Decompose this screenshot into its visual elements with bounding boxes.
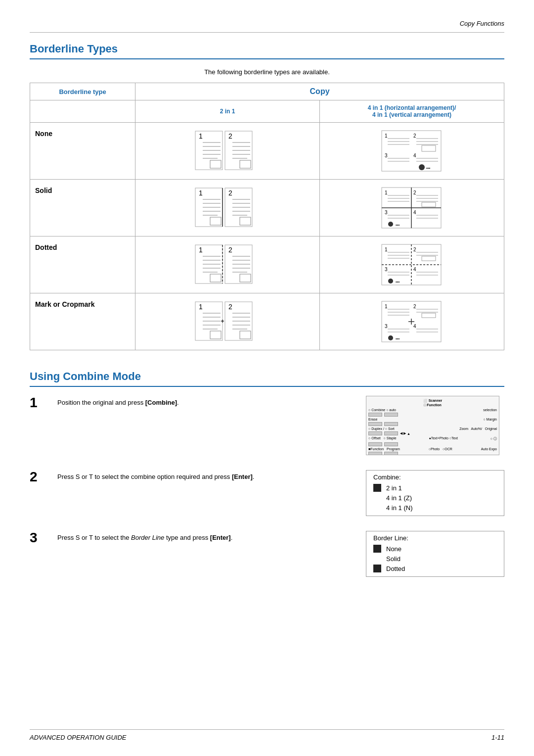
row-none-2in1: 1 2	[135, 123, 320, 180]
svg-text:•••: •••	[396, 280, 400, 284]
step-1-image: ⬜ Scanner □ Function ○ Combine ○ auto se…	[366, 396, 504, 455]
step-1-text: Position the original and press [Combine…	[57, 396, 356, 408]
svg-text:1: 1	[199, 189, 203, 197]
svg-text:•••: •••	[396, 336, 400, 341]
step-3-menu-item-1: None	[373, 544, 497, 554]
row-solid-2in1: 1 2	[135, 180, 320, 236]
step-2-number: 2	[30, 470, 47, 484]
svg-text:4: 4	[413, 153, 416, 158]
svg-text:2: 2	[413, 190, 416, 195]
svg-rect-115	[210, 331, 221, 339]
svg-text:4: 4	[413, 324, 416, 329]
col-header-copy: Copy	[135, 83, 504, 100]
svg-text:4: 4	[413, 267, 416, 272]
step-2-menu-item-1: 2 in 1	[373, 483, 497, 493]
svg-text:2: 2	[413, 304, 416, 309]
svg-text:2: 2	[228, 189, 232, 197]
row-cropmark-2in1: 1 2	[135, 293, 320, 350]
svg-text:3: 3	[385, 153, 388, 158]
svg-rect-15	[240, 160, 251, 168]
svg-point-70	[388, 222, 393, 227]
svg-text:3: 3	[385, 324, 388, 329]
svg-rect-51	[240, 217, 251, 225]
borderline-intro: The following borderline types are avail…	[30, 68, 504, 76]
svg-rect-63	[422, 202, 436, 207]
step-3-menu: Border Line: None Solid Dotted	[366, 531, 504, 577]
step-2-menu-item-3: 4 in 1 (N)	[373, 503, 497, 513]
subheader-4in1: 4 in 1 (horizontal arrangement)/ 4 in 1 …	[320, 100, 504, 123]
step-1-row: 1 Position the original and press [Combi…	[30, 396, 504, 455]
svg-rect-99	[422, 256, 436, 261]
svg-text:1: 1	[385, 304, 388, 309]
svg-text:2: 2	[228, 132, 232, 140]
col-header-type: Borderline type	[30, 83, 135, 100]
step-2-text: Press S or T to select the combine optio…	[57, 470, 356, 482]
step-3-menu-item-3: Dotted	[373, 564, 497, 573]
svg-text:1: 1	[199, 303, 203, 311]
step-3-text: Press S or T to select the Border Line t…	[57, 531, 356, 543]
step-2-menu: Combine: 2 in 1 4 in 1 (Z) 4 in 1 (N)	[366, 470, 504, 516]
svg-text:1: 1	[199, 132, 203, 140]
row-dotted-4in1: 1 2 3 4	[320, 236, 504, 293]
svg-text:2: 2	[228, 246, 232, 254]
svg-text:•••: •••	[426, 166, 431, 170]
svg-text:3: 3	[385, 210, 388, 215]
combine-section: Using Combine Mode 1 Position the origin…	[30, 370, 504, 577]
svg-rect-79	[210, 274, 221, 282]
svg-text:1: 1	[199, 246, 203, 254]
svg-text:1: 1	[385, 247, 388, 252]
step-3-row: 3 Press S or T to select the Border Line…	[30, 531, 504, 577]
svg-text:4: 4	[413, 210, 416, 215]
step-3-number: 3	[30, 531, 47, 545]
row-solid-label: Solid	[30, 180, 135, 236]
page-footer: ADVANCED OPERATION GUIDE 1-11	[30, 729, 504, 741]
svg-rect-125	[240, 331, 251, 339]
svg-text:3: 3	[385, 267, 388, 272]
svg-text:•••: •••	[396, 223, 400, 227]
step-2-menu-title: Combine:	[373, 473, 497, 481]
footer-left: ADVANCED OPERATION GUIDE	[30, 734, 127, 741]
svg-text:1: 1	[385, 190, 388, 195]
step-1-number: 1	[30, 396, 47, 410]
svg-point-143	[388, 335, 393, 340]
row-none-label: None	[30, 123, 135, 180]
combine-section-title: Using Combine Mode	[30, 370, 504, 383]
svg-point-33	[420, 165, 424, 169]
row-solid-4in1: 1 2 3 4	[320, 180, 504, 236]
row-cropmark-4in1: 1 2 3 4	[320, 293, 504, 350]
row-dotted-label: Dotted	[30, 236, 135, 293]
svg-rect-88	[240, 274, 251, 282]
step-3-menu-item-2: Solid	[373, 554, 497, 564]
svg-rect-25	[422, 145, 436, 151]
row-dotted-2in1: 1 2	[135, 236, 320, 293]
svg-text:1: 1	[385, 133, 388, 139]
subheader-2in1: 2 in 1	[135, 100, 320, 123]
borderline-section-title: Borderline Types	[30, 43, 504, 55]
step-3-menu-title: Border Line:	[373, 534, 497, 542]
svg-rect-136	[422, 313, 436, 318]
row-none-4in1: 1 2 3 4	[320, 123, 504, 180]
borderline-table: Borderline type Copy 2 in 1 4 in 1 (hori…	[30, 83, 504, 350]
svg-rect-7	[210, 160, 221, 168]
row-cropmark-label: Mark or Cropmark	[30, 293, 135, 350]
footer-right: 1-11	[491, 734, 504, 741]
svg-rect-42	[210, 217, 221, 225]
borderline-section: Borderline Types The following borderlin…	[30, 43, 504, 350]
svg-text:2: 2	[413, 247, 416, 252]
step-2-menu-item-2: 4 in 1 (Z)	[373, 493, 497, 503]
page-header-title: Copy Functions	[460, 20, 504, 27]
svg-point-106	[388, 279, 393, 284]
svg-text:2: 2	[228, 303, 232, 311]
svg-text:2: 2	[413, 133, 416, 139]
step-2-row: 2 Press S or T to select the combine opt…	[30, 470, 504, 516]
